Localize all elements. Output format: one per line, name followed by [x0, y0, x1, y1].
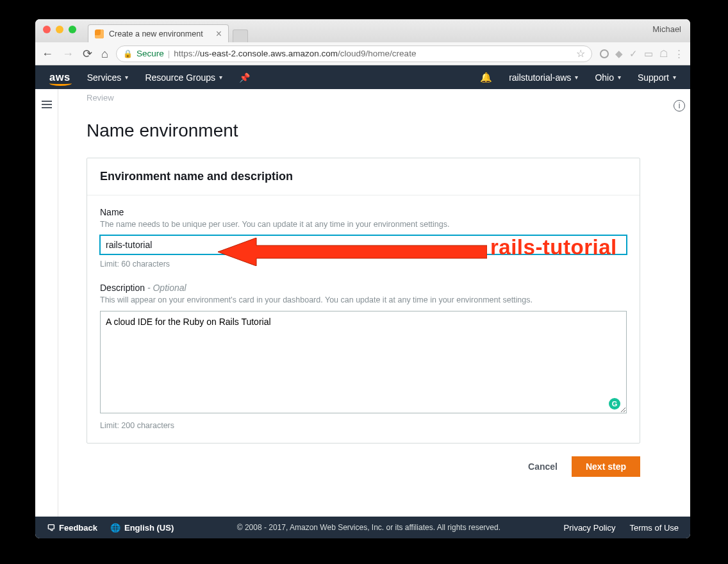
nav-reload-icon[interactable]: ⟳ [83, 48, 92, 60]
nav-services[interactable]: Services▾ [87, 72, 129, 83]
terms-link[interactable]: Terms of Use [629, 523, 679, 533]
tab-title: Create a new environment [109, 29, 203, 38]
speech-bubble-icon: 🗨 [47, 523, 55, 533]
left-rail [35, 89, 58, 517]
aws-footer: 🗨 Feedback 🌐 English (US) © 2008 - 2017,… [35, 517, 690, 538]
window-maximize-button[interactable] [69, 26, 76, 33]
chevron-down-icon: ▾ [219, 74, 222, 81]
bookmark-star-icon[interactable]: ☆ [576, 47, 585, 60]
nav-resource-groups[interactable]: Resource Groups▾ [145, 72, 222, 83]
app-body: Review Name environment Environment name… [35, 89, 690, 517]
lock-icon: 🔒 [123, 49, 133, 58]
name-limit: Limit: 60 characters [100, 260, 627, 269]
browser-tab[interactable]: Create a new environment × [88, 24, 229, 42]
nav-support[interactable]: Support▾ [638, 72, 676, 83]
info-icon[interactable]: i [674, 100, 685, 112]
extension-icon[interactable]: ▭ [644, 48, 653, 60]
footer-copyright: © 2008 - 2017, Amazon Web Services, Inc.… [237, 523, 500, 532]
desc-label: Description - Optional [100, 283, 627, 293]
grammarly-icon[interactable]: G [609, 398, 620, 410]
desc-help: This will appear on your environment's c… [100, 295, 627, 304]
env-panel: Environment name and description Name Th… [87, 158, 640, 444]
env-desc-textarea[interactable] [100, 311, 627, 413]
nav-account[interactable]: railstutorial-aws▾ [509, 72, 578, 83]
extension-icon[interactable]: ◆ [615, 48, 623, 60]
chevron-down-icon: ▾ [575, 74, 578, 81]
traffic-lights [43, 26, 76, 33]
chevron-down-icon: ▾ [125, 74, 128, 81]
new-tab-button[interactable] [233, 29, 248, 42]
url-text: https://us-east-2.console.aws.amazon.com… [174, 49, 416, 58]
notifications-icon[interactable]: 🔔 [480, 72, 492, 83]
pin-icon[interactable]: 📌 [239, 72, 250, 83]
nav-home-icon[interactable]: ⌂ [101, 48, 108, 60]
chevron-down-icon: ▾ [673, 74, 676, 81]
cancel-button[interactable]: Cancel [523, 458, 563, 476]
info-rail: i [668, 89, 690, 517]
browser-profile-name[interactable]: Michael [652, 24, 681, 34]
browser-toolbar: ← → ⟳ ⌂ 🔒 Secure | https://us-east-2.con… [35, 42, 690, 65]
nav-back-icon[interactable]: ← [42, 48, 53, 60]
extension-icons: ◆ ✓ ▭ ☖ ⋮ [600, 48, 684, 60]
tab-favicon [95, 29, 104, 38]
feedback-link[interactable]: 🗨 Feedback [47, 523, 97, 533]
privacy-link[interactable]: Privacy Policy [564, 523, 616, 533]
chevron-down-icon: ▾ [618, 74, 621, 81]
extension-icon[interactable] [600, 49, 609, 58]
address-bar[interactable]: 🔒 Secure | https://us-east-2.console.aws… [116, 46, 592, 62]
wizard-buttons: Cancel Next step [87, 456, 640, 477]
name-label: Name [100, 207, 627, 217]
tab-close-icon[interactable]: × [216, 29, 222, 39]
extension-icon[interactable]: ☖ [659, 48, 668, 60]
panel-heading: Environment name and description [100, 170, 627, 183]
window-close-button[interactable] [43, 26, 51, 33]
wizard-step-review: Review [87, 93, 640, 103]
language-selector[interactable]: 🌐 English (US) [110, 523, 174, 533]
aws-top-nav: aws Services▾ Resource Groups▾ 📌 🔔 rails… [35, 65, 690, 89]
secure-label: Secure [136, 49, 164, 58]
aws-logo[interactable]: aws [49, 71, 70, 83]
next-step-button[interactable]: Next step [572, 456, 640, 477]
window-titlebar: Create a new environment × Michael [35, 19, 690, 42]
page-title: Name environment [87, 120, 640, 141]
main-content: Review Name environment Environment name… [58, 89, 668, 517]
extension-icon[interactable]: ✓ [629, 48, 638, 60]
globe-icon: 🌐 [110, 523, 120, 533]
sidebar-toggle-icon[interactable] [42, 101, 52, 108]
env-name-input[interactable] [100, 235, 627, 254]
desc-limit: Limit: 200 characters [100, 421, 627, 430]
nav-region[interactable]: Ohio▾ [595, 72, 621, 83]
browser-menu-icon[interactable]: ⋮ [674, 48, 684, 60]
window-minimize-button[interactable] [56, 26, 63, 33]
nav-forward-icon: → [62, 48, 74, 60]
name-help: The name needs to be unique per user. Yo… [100, 220, 627, 229]
browser-window: Create a new environment × Michael ← → ⟳… [35, 19, 690, 538]
panel-header: Environment name and description [87, 158, 640, 195]
